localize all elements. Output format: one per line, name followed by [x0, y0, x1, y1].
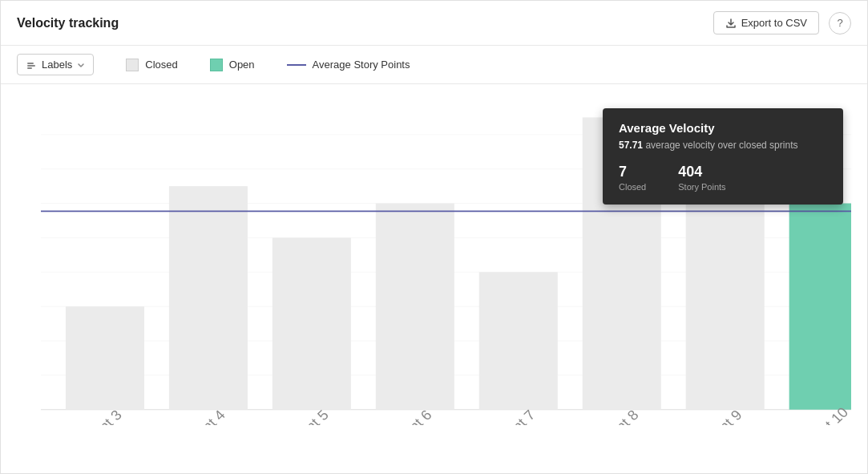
tooltip-points-value: 404: [678, 164, 725, 180]
tooltip-title: Average Velocity: [619, 121, 827, 135]
legend-avg: Average Story Points: [287, 59, 410, 71]
chevron-down-icon: [77, 61, 85, 69]
labels-label: Labels: [42, 59, 72, 71]
closed-swatch: [126, 59, 139, 71]
bar-sprint7[interactable]: [479, 272, 558, 409]
velocity-tooltip: Average Velocity 57.71 average velocity …: [603, 108, 843, 205]
tooltip-subtitle: 57.71 average velocity over closed sprin…: [619, 140, 827, 151]
bar-sprint5[interactable]: [273, 237, 351, 409]
labels-dropdown[interactable]: Labels: [17, 54, 94, 75]
bar-sprint6[interactable]: [376, 204, 454, 410]
tooltip-closed-label: Closed: [619, 182, 646, 192]
bar-sprint4[interactable]: [169, 186, 248, 410]
open-label: Open: [229, 59, 255, 71]
chart-inner: 0 10 20 30 40 50 60 70 80: [41, 100, 851, 425]
label-icon: [26, 59, 37, 71]
tooltip-stats: 7 Closed 404 Story Points: [619, 164, 827, 192]
legend-open: Open: [210, 59, 255, 71]
legend-bar: Labels Closed Open Average Story Points: [1, 46, 867, 84]
tooltip-stat-closed: 7 Closed: [619, 164, 646, 192]
export-icon: [725, 18, 737, 29]
help-button[interactable]: ?: [829, 12, 851, 34]
svg-rect-0: [27, 63, 34, 64]
bar-sprint10[interactable]: [789, 204, 851, 410]
svg-rect-2: [27, 67, 32, 69]
tooltip-stat-points: 404 Story Points: [678, 164, 725, 192]
tooltip-avg-value: 57.71: [619, 140, 643, 151]
tooltip-avg-desc: average velocity over closed sprints: [645, 140, 797, 151]
avg-label: Average Story Points: [313, 59, 410, 71]
avg-swatch: [287, 64, 306, 66]
tooltip-points-label: Story Points: [678, 182, 725, 192]
header: Velocity tracking Export to CSV ?: [1, 1, 867, 46]
svg-rect-1: [27, 65, 35, 67]
chart-area: 0 10 20 30 40 50 60 70 80: [1, 84, 867, 473]
bar-sprint9[interactable]: [686, 169, 765, 410]
bar-sprint3[interactable]: [66, 306, 144, 410]
closed-label: Closed: [145, 59, 177, 71]
export-csv-button[interactable]: Export to CSV: [713, 11, 819, 34]
legend-closed: Closed: [126, 59, 177, 71]
tooltip-closed-value: 7: [619, 164, 646, 180]
page-title: Velocity tracking: [17, 16, 119, 30]
header-actions: Export to CSV ?: [713, 11, 851, 34]
app-container: Velocity tracking Export to CSV ? Labels: [0, 0, 868, 474]
open-swatch: [210, 59, 223, 71]
